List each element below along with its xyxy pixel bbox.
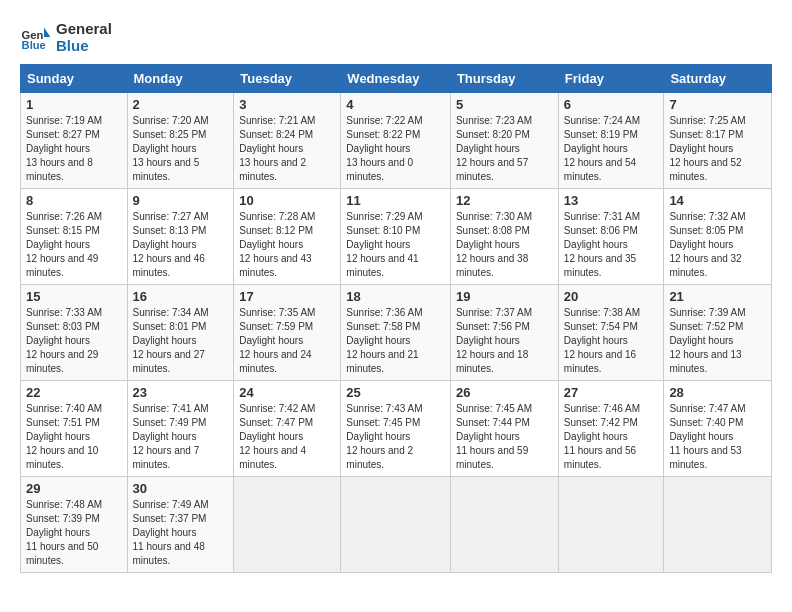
day-info: Sunrise: 7:36 AM Sunset: 7:58 PM Dayligh… (346, 306, 445, 376)
day-number: 16 (133, 289, 229, 304)
day-number: 13 (564, 193, 659, 208)
day-number: 25 (346, 385, 445, 400)
empty-day (450, 477, 558, 573)
day-info: Sunrise: 7:41 AM Sunset: 7:49 PM Dayligh… (133, 402, 229, 472)
day-cell-29: 29 Sunrise: 7:48 AM Sunset: 7:39 PM Dayl… (21, 477, 128, 573)
day-cell-18: 18 Sunrise: 7:36 AM Sunset: 7:58 PM Dayl… (341, 285, 451, 381)
day-cell-23: 23 Sunrise: 7:41 AM Sunset: 7:49 PM Dayl… (127, 381, 234, 477)
day-number: 15 (26, 289, 122, 304)
day-cell-20: 20 Sunrise: 7:38 AM Sunset: 7:54 PM Dayl… (558, 285, 664, 381)
day-number: 27 (564, 385, 659, 400)
col-header-monday: Monday (127, 65, 234, 93)
day-cell-21: 21 Sunrise: 7:39 AM Sunset: 7:52 PM Dayl… (664, 285, 772, 381)
day-info: Sunrise: 7:48 AM Sunset: 7:39 PM Dayligh… (26, 498, 122, 568)
day-info: Sunrise: 7:25 AM Sunset: 8:17 PM Dayligh… (669, 114, 766, 184)
day-number: 11 (346, 193, 445, 208)
day-info: Sunrise: 7:26 AM Sunset: 8:15 PM Dayligh… (26, 210, 122, 280)
svg-text:Blue: Blue (22, 39, 46, 51)
day-info: Sunrise: 7:20 AM Sunset: 8:25 PM Dayligh… (133, 114, 229, 184)
day-info: Sunrise: 7:45 AM Sunset: 7:44 PM Dayligh… (456, 402, 553, 472)
day-info: Sunrise: 7:31 AM Sunset: 8:06 PM Dayligh… (564, 210, 659, 280)
col-header-friday: Friday (558, 65, 664, 93)
day-number: 21 (669, 289, 766, 304)
day-cell-2: 2 Sunrise: 7:20 AM Sunset: 8:25 PM Dayli… (127, 93, 234, 189)
day-cell-25: 25 Sunrise: 7:43 AM Sunset: 7:45 PM Dayl… (341, 381, 451, 477)
day-number: 17 (239, 289, 335, 304)
day-number: 26 (456, 385, 553, 400)
day-number: 12 (456, 193, 553, 208)
day-number: 19 (456, 289, 553, 304)
day-info: Sunrise: 7:29 AM Sunset: 8:10 PM Dayligh… (346, 210, 445, 280)
day-number: 9 (133, 193, 229, 208)
day-info: Sunrise: 7:19 AM Sunset: 8:27 PM Dayligh… (26, 114, 122, 184)
empty-day (234, 477, 341, 573)
day-info: Sunrise: 7:22 AM Sunset: 8:22 PM Dayligh… (346, 114, 445, 184)
logo: Gen Blue GeneralBlue (20, 20, 112, 54)
calendar-week-3: 15 Sunrise: 7:33 AM Sunset: 8:03 PM Dayl… (21, 285, 772, 381)
day-info: Sunrise: 7:49 AM Sunset: 7:37 PM Dayligh… (133, 498, 229, 568)
day-cell-5: 5 Sunrise: 7:23 AM Sunset: 8:20 PM Dayli… (450, 93, 558, 189)
day-info: Sunrise: 7:33 AM Sunset: 8:03 PM Dayligh… (26, 306, 122, 376)
day-info: Sunrise: 7:43 AM Sunset: 7:45 PM Dayligh… (346, 402, 445, 472)
day-info: Sunrise: 7:28 AM Sunset: 8:12 PM Dayligh… (239, 210, 335, 280)
day-info: Sunrise: 7:21 AM Sunset: 8:24 PM Dayligh… (239, 114, 335, 184)
day-number: 23 (133, 385, 229, 400)
day-cell-30: 30 Sunrise: 7:49 AM Sunset: 7:37 PM Dayl… (127, 477, 234, 573)
empty-day (664, 477, 772, 573)
day-number: 3 (239, 97, 335, 112)
day-number: 18 (346, 289, 445, 304)
day-info: Sunrise: 7:23 AM Sunset: 8:20 PM Dayligh… (456, 114, 553, 184)
col-header-saturday: Saturday (664, 65, 772, 93)
day-number: 28 (669, 385, 766, 400)
day-number: 29 (26, 481, 122, 496)
day-cell-6: 6 Sunrise: 7:24 AM Sunset: 8:19 PM Dayli… (558, 93, 664, 189)
logo-text: GeneralBlue (56, 20, 112, 54)
col-header-wednesday: Wednesday (341, 65, 451, 93)
day-number: 6 (564, 97, 659, 112)
day-cell-9: 9 Sunrise: 7:27 AM Sunset: 8:13 PM Dayli… (127, 189, 234, 285)
day-cell-27: 27 Sunrise: 7:46 AM Sunset: 7:42 PM Dayl… (558, 381, 664, 477)
logo-icon: Gen Blue (20, 21, 52, 53)
day-cell-12: 12 Sunrise: 7:30 AM Sunset: 8:08 PM Dayl… (450, 189, 558, 285)
col-header-sunday: Sunday (21, 65, 128, 93)
day-cell-11: 11 Sunrise: 7:29 AM Sunset: 8:10 PM Dayl… (341, 189, 451, 285)
day-number: 4 (346, 97, 445, 112)
day-info: Sunrise: 7:32 AM Sunset: 8:05 PM Dayligh… (669, 210, 766, 280)
day-cell-17: 17 Sunrise: 7:35 AM Sunset: 7:59 PM Dayl… (234, 285, 341, 381)
day-cell-15: 15 Sunrise: 7:33 AM Sunset: 8:03 PM Dayl… (21, 285, 128, 381)
day-number: 1 (26, 97, 122, 112)
col-header-tuesday: Tuesday (234, 65, 341, 93)
day-number: 30 (133, 481, 229, 496)
calendar-week-1: 1 Sunrise: 7:19 AM Sunset: 8:27 PM Dayli… (21, 93, 772, 189)
day-info: Sunrise: 7:40 AM Sunset: 7:51 PM Dayligh… (26, 402, 122, 472)
day-info: Sunrise: 7:34 AM Sunset: 8:01 PM Dayligh… (133, 306, 229, 376)
day-cell-26: 26 Sunrise: 7:45 AM Sunset: 7:44 PM Dayl… (450, 381, 558, 477)
day-info: Sunrise: 7:30 AM Sunset: 8:08 PM Dayligh… (456, 210, 553, 280)
day-number: 20 (564, 289, 659, 304)
day-cell-10: 10 Sunrise: 7:28 AM Sunset: 8:12 PM Dayl… (234, 189, 341, 285)
day-info: Sunrise: 7:39 AM Sunset: 7:52 PM Dayligh… (669, 306, 766, 376)
day-info: Sunrise: 7:35 AM Sunset: 7:59 PM Dayligh… (239, 306, 335, 376)
day-number: 10 (239, 193, 335, 208)
empty-day (558, 477, 664, 573)
day-number: 14 (669, 193, 766, 208)
day-cell-8: 8 Sunrise: 7:26 AM Sunset: 8:15 PM Dayli… (21, 189, 128, 285)
calendar-table: SundayMondayTuesdayWednesdayThursdayFrid… (20, 64, 772, 573)
day-info: Sunrise: 7:38 AM Sunset: 7:54 PM Dayligh… (564, 306, 659, 376)
day-number: 8 (26, 193, 122, 208)
day-cell-7: 7 Sunrise: 7:25 AM Sunset: 8:17 PM Dayli… (664, 93, 772, 189)
empty-day (341, 477, 451, 573)
day-cell-28: 28 Sunrise: 7:47 AM Sunset: 7:40 PM Dayl… (664, 381, 772, 477)
day-cell-22: 22 Sunrise: 7:40 AM Sunset: 7:51 PM Dayl… (21, 381, 128, 477)
day-cell-1: 1 Sunrise: 7:19 AM Sunset: 8:27 PM Dayli… (21, 93, 128, 189)
day-number: 24 (239, 385, 335, 400)
day-cell-3: 3 Sunrise: 7:21 AM Sunset: 8:24 PM Dayli… (234, 93, 341, 189)
day-cell-24: 24 Sunrise: 7:42 AM Sunset: 7:47 PM Dayl… (234, 381, 341, 477)
day-info: Sunrise: 7:46 AM Sunset: 7:42 PM Dayligh… (564, 402, 659, 472)
calendar-week-4: 22 Sunrise: 7:40 AM Sunset: 7:51 PM Dayl… (21, 381, 772, 477)
day-cell-19: 19 Sunrise: 7:37 AM Sunset: 7:56 PM Dayl… (450, 285, 558, 381)
day-number: 22 (26, 385, 122, 400)
svg-marker-2 (44, 27, 50, 37)
day-cell-13: 13 Sunrise: 7:31 AM Sunset: 8:06 PM Dayl… (558, 189, 664, 285)
day-number: 7 (669, 97, 766, 112)
